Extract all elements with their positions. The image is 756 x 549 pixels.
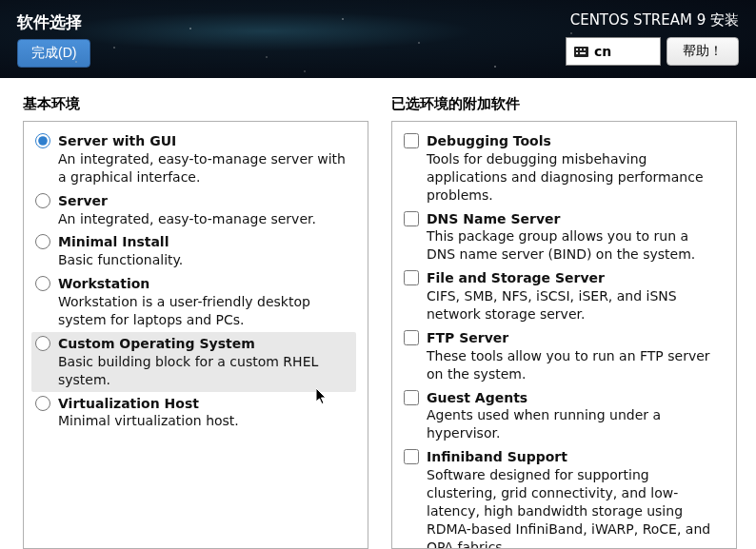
environment-radio[interactable] — [35, 193, 50, 208]
environment-radio[interactable] — [35, 133, 50, 148]
option-text: Debugging ToolsTools for debugging misbe… — [427, 132, 721, 205]
environment-radio[interactable] — [35, 396, 50, 411]
help-button[interactable]: 帮助！ — [666, 37, 739, 66]
addon-checkbox[interactable] — [404, 270, 419, 285]
addon-checkbox[interactable] — [404, 390, 419, 405]
option-name: Minimal Install — [58, 233, 183, 251]
option-desc: An integrated, easy-to-manage server wit… — [58, 150, 352, 186]
option-text: Minimal InstallBasic functionality. — [58, 233, 183, 269]
environment-radio[interactable] — [35, 276, 50, 291]
option-name: Server — [58, 192, 316, 210]
keyboard-icon — [574, 47, 588, 57]
option-text: Server with GUIAn integrated, easy-to-ma… — [58, 132, 352, 186]
header-bar: 软件选择 完成(D) CENTOS STREAM 9 安装 cn 帮助！ — [0, 0, 756, 78]
keyboard-layout-selector[interactable]: cn — [566, 37, 661, 66]
environment-radio[interactable] — [35, 234, 50, 249]
option-text: File and Storage ServerCIFS, SMB, NFS, i… — [427, 269, 721, 324]
environment-option[interactable]: Custom Operating SystemBasic building bl… — [31, 332, 356, 392]
option-desc: Workstation is a user-friendly desktop s… — [58, 293, 352, 329]
addon-checkbox[interactable] — [404, 133, 419, 148]
header-left: 软件选择 完成(D) — [17, 11, 90, 67]
option-name: Guest Agents — [427, 389, 721, 407]
header-right: CENTOS STREAM 9 安装 cn 帮助！ — [566, 11, 739, 67]
option-desc: Basic building block for a custom RHEL s… — [58, 353, 352, 389]
environment-option[interactable]: Server with GUIAn integrated, easy-to-ma… — [31, 129, 356, 189]
addon-option[interactable]: Guest AgentsAgents used when running und… — [400, 386, 725, 446]
option-text: Custom Operating SystemBasic building bl… — [58, 335, 352, 389]
addon-option[interactable]: File and Storage ServerCIFS, SMB, NFS, i… — [400, 266, 725, 326]
base-environment-list[interactable]: Server with GUIAn integrated, easy-to-ma… — [23, 121, 368, 549]
environment-option[interactable]: ServerAn integrated, easy-to-manage serv… — [31, 189, 356, 231]
header-controls: cn 帮助！ — [566, 37, 739, 66]
option-desc: An integrated, easy-to-manage server. — [58, 210, 316, 228]
option-name: Workstation — [58, 275, 352, 293]
page-title: 软件选择 — [17, 11, 90, 33]
addon-checkbox[interactable] — [404, 330, 419, 345]
addon-option[interactable]: DNS Name ServerThis package group allows… — [400, 207, 725, 267]
addon-checkbox[interactable] — [404, 449, 419, 464]
addon-checkbox[interactable] — [404, 211, 419, 226]
addon-option[interactable]: FTP ServerThese tools allow you to run a… — [400, 326, 725, 386]
install-label: CENTOS STREAM 9 安装 — [570, 11, 739, 29]
option-desc: These tools allow you to run an FTP serv… — [427, 347, 721, 383]
environment-option[interactable]: Virtualization HostMinimal virtualizatio… — [31, 392, 356, 434]
option-text: Guest AgentsAgents used when running und… — [427, 389, 721, 443]
option-name: Virtualization Host — [58, 395, 239, 413]
option-name: Server with GUI — [58, 132, 352, 150]
option-desc: Software designed for supporting cluster… — [427, 466, 721, 549]
base-environment-heading: 基本环境 — [23, 95, 368, 113]
addons-list[interactable]: Debugging ToolsTools for debugging misbe… — [391, 121, 737, 549]
option-name: DNS Name Server — [427, 210, 721, 228]
keyboard-layout-label: cn — [594, 44, 611, 59]
content-area: 基本环境 Server with GUIAn integrated, easy-… — [0, 78, 756, 549]
option-text: WorkstationWorkstation is a user-friendl… — [58, 275, 352, 329]
option-name: FTP Server — [427, 329, 721, 347]
option-text: DNS Name ServerThis package group allows… — [427, 210, 721, 265]
addon-option[interactable]: Debugging ToolsTools for debugging misbe… — [400, 129, 725, 207]
option-desc: Minimal virtualization host. — [58, 412, 239, 430]
option-text: Infiniband SupportSoftware designed for … — [427, 448, 721, 549]
addons-column: 已选环境的附加软件 Debugging ToolsTools for debug… — [391, 95, 737, 549]
option-desc: Tools for debugging misbehaving applicat… — [427, 150, 721, 205]
option-name: Debugging Tools — [427, 132, 721, 150]
environment-option[interactable]: Minimal InstallBasic functionality. — [31, 230, 356, 272]
option-name: File and Storage Server — [427, 269, 721, 287]
option-text: Virtualization HostMinimal virtualizatio… — [58, 395, 239, 431]
option-text: FTP ServerThese tools allow you to run a… — [427, 329, 721, 383]
addon-option[interactable]: Infiniband SupportSoftware designed for … — [400, 445, 725, 549]
option-name: Infiniband Support — [427, 448, 721, 466]
option-text: ServerAn integrated, easy-to-manage serv… — [58, 192, 316, 228]
base-environment-column: 基本环境 Server with GUIAn integrated, easy-… — [23, 95, 368, 549]
option-desc: Agents used when running under a hypervi… — [427, 406, 721, 442]
option-desc: CIFS, SMB, NFS, iSCSI, iSER, and iSNS ne… — [427, 287, 721, 324]
environment-radio[interactable] — [35, 336, 50, 351]
option-desc: This package group allows you to run a D… — [427, 227, 721, 264]
done-button[interactable]: 完成(D) — [17, 39, 90, 68]
environment-option[interactable]: WorkstationWorkstation is a user-friendl… — [31, 272, 356, 332]
addons-heading: 已选环境的附加软件 — [391, 95, 737, 113]
option-name: Custom Operating System — [58, 335, 352, 353]
option-desc: Basic functionality. — [58, 251, 183, 269]
